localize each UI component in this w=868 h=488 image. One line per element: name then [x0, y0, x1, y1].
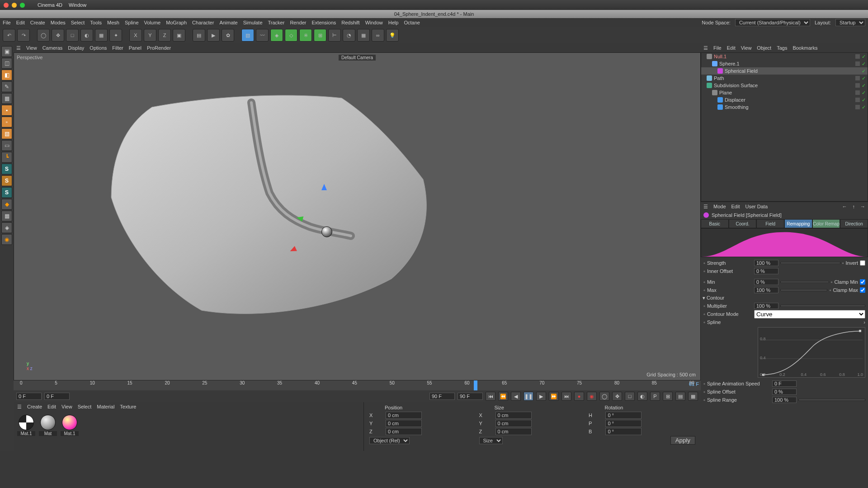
menu-simulate[interactable]: Simulate [243, 20, 263, 25]
menu-edit[interactable]: Edit [16, 20, 25, 25]
axis-x-button[interactable]: X [129, 29, 142, 42]
menu-file[interactable]: File [3, 20, 11, 25]
spline-expand-icon[interactable]: › [863, 319, 865, 325]
bulb-icon[interactable]: 💡 [386, 29, 399, 42]
apply-button[interactable]: Apply [670, 436, 695, 445]
axis-y-icon[interactable] [321, 184, 327, 190]
place-tool[interactable]: ✦ [109, 29, 122, 42]
floor-button[interactable]: ▦ [357, 29, 370, 42]
visibility-icon[interactable]: ✓ [862, 83, 866, 89]
om-menu-object[interactable]: Object [757, 45, 771, 51]
redo-button[interactable]: ↷ [17, 29, 30, 42]
menu-create[interactable]: Create [30, 20, 45, 25]
rot-h-input[interactable] [605, 412, 642, 419]
rot-b-input[interactable] [605, 428, 642, 435]
vp-menu-panel[interactable]: Panel [129, 45, 142, 51]
mac-menu-window[interactable]: Window [69, 2, 86, 8]
cube-primitive-button[interactable]: ▧ [241, 29, 254, 42]
tab-direction[interactable]: Direction [840, 219, 868, 228]
clamp-max-checkbox[interactable] [860, 287, 865, 293]
axis-z-button[interactable]: Z [158, 29, 171, 42]
size-mode-select[interactable]: Size [479, 437, 503, 444]
menu-select[interactable]: Select [71, 20, 85, 25]
menu-help[interactable]: Help [388, 20, 399, 25]
layer-dot-icon[interactable] [855, 90, 860, 95]
scale-tool[interactable]: □ [66, 29, 79, 42]
render-view-button[interactable]: ▤ [193, 29, 205, 42]
tab-coord[interactable]: Coord. [729, 219, 757, 228]
mat-menu-texture[interactable]: Texture [120, 404, 136, 409]
menu-redshift[interactable]: Redshift [341, 20, 359, 25]
om-hamburger-icon[interactable]: ☰ [703, 45, 708, 51]
tab-basic[interactable]: Basic [701, 219, 729, 228]
contour-mode-select[interactable]: Curve [754, 310, 865, 319]
invert-checkbox[interactable] [860, 260, 865, 266]
mat-menu-create[interactable]: Create [27, 404, 42, 409]
poly-mode-icon[interactable]: ▧ [1, 128, 12, 139]
anim-speed-input[interactable] [772, 380, 797, 387]
render-settings-button[interactable]: ✿ [222, 29, 234, 42]
undo-button[interactable]: ↶ [3, 29, 15, 42]
texture-mode-icon[interactable]: ◫ [1, 58, 12, 69]
mat-menu-select[interactable]: Select [78, 404, 92, 409]
record-button[interactable]: ● [574, 392, 584, 401]
end-frame-input[interactable] [458, 393, 483, 400]
visibility-icon[interactable]: ✓ [862, 75, 866, 81]
key-pla-button[interactable]: ⊞ [663, 392, 673, 401]
key-selection-button[interactable]: ◯ [599, 392, 609, 401]
model-mode-icon[interactable]: ▣ [1, 46, 12, 57]
am-menu-userdata[interactable]: User Data [745, 204, 768, 209]
deformer-button[interactable]: ◇ [285, 29, 297, 42]
snap-s1-icon[interactable]: S [1, 164, 12, 174]
close-icon[interactable] [4, 3, 9, 8]
menu-tools[interactable]: Tools [90, 20, 102, 25]
tree-item[interactable]: Plane✓ [701, 89, 868, 96]
vp-menu-display[interactable]: Display [68, 45, 84, 51]
size-z-input[interactable] [495, 428, 532, 435]
visibility-icon[interactable]: ✓ [862, 97, 866, 103]
axis-icon[interactable]: ┗ [1, 152, 12, 163]
layer-dot-icon[interactable] [855, 83, 860, 88]
nav-back-icon[interactable]: ← [842, 204, 847, 209]
select-tool[interactable]: ◯ [37, 29, 50, 42]
light-button[interactable]: ∞ [372, 29, 384, 42]
menu-octane[interactable]: Octane [404, 20, 420, 25]
key-param-button[interactable]: P [650, 392, 660, 401]
clamp-min-checkbox[interactable] [860, 279, 865, 285]
visibility-icon[interactable]: ✓ [862, 90, 866, 96]
menu-volume[interactable]: Volume [144, 20, 161, 25]
fields-button[interactable]: ⊞ [314, 29, 326, 42]
mat-hamburger-icon[interactable]: ☰ [17, 404, 22, 410]
playhead[interactable] [474, 380, 477, 390]
preview-end-input[interactable] [429, 393, 455, 400]
multiplier-slider[interactable] [780, 305, 865, 307]
layer-dot-icon[interactable] [855, 61, 860, 66]
om-menu-file[interactable]: File [713, 45, 722, 51]
material-item[interactable]: Mat [39, 415, 57, 436]
generator-button[interactable]: ◈ [270, 29, 283, 42]
tree-item[interactable]: Sphere.1✓ [701, 60, 868, 67]
autokey-button[interactable]: ◉ [587, 392, 597, 401]
am-hamburger-icon[interactable]: ☰ [703, 204, 708, 210]
tree-item[interactable]: Subdivision Surface✓ [701, 82, 868, 89]
layer-dot-icon[interactable] [855, 54, 860, 59]
max-slider[interactable] [780, 289, 828, 291]
key-pos-button[interactable]: ✥ [612, 392, 622, 401]
prev-frame-button[interactable]: ◀ [511, 392, 521, 401]
layer-dot-icon[interactable] [855, 105, 860, 109]
viewport[interactable]: Perspective Default Camera [14, 52, 701, 380]
go-prev-key-button[interactable]: ⏪ [498, 392, 508, 401]
visibility-icon[interactable]: ✓ [862, 54, 866, 60]
workplane-icon[interactable]: ▭ [1, 140, 12, 151]
size-x-input[interactable] [495, 412, 532, 419]
coord-mode-select[interactable]: Object (Rel) [369, 437, 410, 444]
mat-menu-view[interactable]: View [61, 404, 72, 409]
mat-menu-edit[interactable]: Edit [47, 404, 56, 409]
sphere-object[interactable] [321, 226, 332, 237]
preview-start-input[interactable] [44, 393, 70, 400]
minimize-icon[interactable] [12, 3, 17, 8]
menu-character[interactable]: Character [192, 20, 214, 25]
layer-dot-icon[interactable] [855, 69, 860, 73]
object-mode-icon[interactable]: ◧ [1, 70, 12, 80]
vp-menu-options[interactable]: Options [90, 45, 107, 51]
